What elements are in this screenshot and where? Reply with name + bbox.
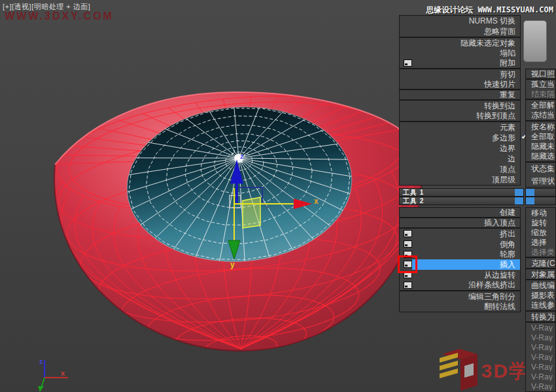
quad-menu-item[interactable]: 元素: [400, 122, 520, 133]
quad-menu-section: 状态集管理状: [525, 162, 556, 188]
quad-menu-item-label: 塌陷: [400, 49, 520, 57]
quad-menu-item[interactable]: 全部取: [526, 131, 555, 141]
quad-menu-item[interactable]: V-Ray: [526, 342, 555, 352]
quad-menu-section: 插入顶点: [399, 218, 521, 228]
quad-menu-item[interactable]: 转换为: [526, 312, 555, 321]
quad-menu-item[interactable]: 管理状: [526, 175, 555, 188]
quad-menu-item[interactable]: 克隆(C: [526, 258, 555, 268]
quad-menu-item[interactable]: V-Ray: [526, 323, 555, 333]
quad-menu-item[interactable]: 塌陷: [400, 48, 520, 57]
gizmo-y-label: y: [230, 260, 235, 269]
quad-menu-item[interactable]: V-Ray: [526, 362, 555, 372]
quad-menu-item-highlighted[interactable]: 插入: [400, 259, 520, 270]
quad-menu-item[interactable]: 摄影表: [526, 290, 555, 300]
quad-menu-item[interactable]: NURMS 切换: [400, 16, 520, 26]
quad-menu-item[interactable]: 顶层级: [400, 174, 520, 185]
quad-menu-item[interactable]: 冻结当: [526, 110, 555, 121]
quad-menu-item-label: 转换为: [526, 313, 555, 321]
quad-menu-section: 转换为: [525, 311, 556, 322]
quad-menu-item[interactable]: 转换到边: [400, 101, 520, 111]
quad-menu-item[interactable]: 剪切: [400, 69, 520, 79]
quad-menu-item[interactable]: 选择类: [526, 247, 555, 257]
settings-box-icon[interactable]: [404, 230, 412, 237]
quad-menu-item[interactable]: 边界: [400, 143, 520, 154]
quad-menu-item[interactable]: V-Ray: [526, 352, 555, 362]
tripod-x-label: x: [61, 369, 65, 377]
quad-menu-item[interactable]: 缩放: [526, 227, 555, 237]
quad-menu-item[interactable]: 全部解: [526, 100, 555, 110]
quad-menu-item-label: NURMS 切换: [400, 17, 520, 25]
quad-menu-item[interactable]: 顶点: [400, 164, 520, 174]
quad-menu-item-label: 沿样条线挤出: [412, 281, 520, 289]
settings-box-icon[interactable]: [404, 59, 412, 67]
quad-menu-section: 隐藏未选定对象塌陷附加: [399, 37, 521, 69]
quad-menu-item[interactable]: 附加: [400, 58, 520, 68]
quad-menu-section: NURMS 切换忽略背面: [399, 15, 521, 37]
quad-menu-item[interactable]: 隐藏选: [526, 152, 555, 161]
quad-menu-item[interactable]: 隐藏未: [526, 142, 555, 152]
quad-menu-item-label: 冻结当: [526, 111, 555, 119]
quad-menu-item-label: 管理状: [526, 177, 555, 185]
quad-menu-section: 克隆(C: [525, 257, 556, 269]
watermark-3dxy: WWW.3DXY.COM: [5, 10, 114, 22]
quad-menu-item-label: 克隆(C: [526, 259, 555, 267]
quad-menu-item-label: 顶层级: [400, 176, 520, 184]
quad-menu-item[interactable]: 连线参: [526, 301, 555, 310]
quad-toolbar-right-fragment[interactable]: [525, 188, 556, 197]
quad-menu-item[interactable]: 边: [400, 154, 520, 164]
quad-menu-item[interactable]: 移动: [526, 208, 555, 218]
quad-menu-item[interactable]: 隐藏未选定对象: [400, 38, 520, 48]
quad-menu-item[interactable]: 孤立当: [526, 80, 555, 90]
quad-menu-item[interactable]: 状态集: [526, 163, 555, 175]
quad-menu-section: V-RayV-RayV-RayV-RayV-RayV-RayV-Ray: [525, 322, 556, 392]
quad-menu-item-label: 按名称: [526, 123, 555, 131]
quad-menu-item[interactable]: 从边旋转: [400, 270, 520, 280]
quad-menu-item-label: 创建: [400, 208, 520, 216]
quad-menu-section: 全部解冻结当: [525, 99, 556, 121]
quad-menu-item-label: 挤出: [412, 230, 520, 238]
quad-menu-item[interactable]: 插入顶点: [400, 218, 520, 227]
quad-menu-item[interactable]: 轮廓: [400, 249, 520, 259]
quad-menu-section: 按名称全部取隐藏未隐藏选: [525, 121, 556, 162]
quad-menu-item[interactable]: 编辑三角剖分: [400, 291, 520, 302]
quad-menu-item[interactable]: 倒角: [400, 239, 520, 250]
viewport[interactable]: [+][透视][明暗处理 + 边面] WWW.3DXY.COM 思缘设计论坛 W…: [0, 0, 556, 392]
quad-menu-item[interactable]: 视口照: [526, 69, 555, 78]
quad-menu-item-label: V-Ray: [526, 373, 555, 381]
blue-corner-square: [515, 197, 523, 204]
quad-menu-item[interactable]: 快速切片: [400, 79, 520, 89]
quad-menu-item-label: 边界: [400, 144, 520, 152]
quad-menu-item[interactable]: 多边形✔: [400, 133, 520, 143]
quad-menu-item[interactable]: 转换到顶点: [400, 111, 520, 122]
plane-handle-xy[interactable]: [243, 197, 260, 228]
quad-menu-item-label: 选择: [526, 238, 555, 246]
quad-menu-item-label: V-Ray: [526, 344, 555, 351]
quad-toolbar-tools-1[interactable]: 工具 1: [399, 188, 524, 197]
quad-menu-item[interactable]: 重复: [400, 90, 520, 99]
quad-menu-item[interactable]: 忽略背面: [400, 26, 520, 37]
quad-menu-item-label: 轮廓: [412, 250, 520, 258]
settings-box-icon[interactable]: [404, 240, 412, 248]
quad-menu-item-label: 从边旋转: [412, 271, 520, 279]
quad-toolbar-tools-2[interactable]: 工具 2: [399, 197, 524, 205]
quad-menu-item-label: 插入: [412, 259, 520, 270]
settings-box-icon[interactable]: [404, 282, 412, 289]
quad-toolbar-right-fragment[interactable]: [525, 197, 556, 205]
quad-menu-item-label: 全部解: [526, 101, 555, 109]
quad-menu-item[interactable]: 创建: [400, 208, 520, 217]
quad-menu-item-label: 忽略背面: [400, 27, 520, 35]
quad-toolbar-label: 工具 2: [400, 198, 515, 204]
quad-menu-item[interactable]: V-Ray: [526, 333, 555, 342]
quad-menu-item-label: 缩放: [526, 229, 555, 237]
quad-menu-item[interactable]: V-Ray: [526, 382, 555, 391]
quad-menu-item[interactable]: 曲线编: [526, 280, 555, 290]
quad-menu-item[interactable]: 对象属: [526, 269, 555, 279]
quad-menu-item[interactable]: 沿样条线挤出: [400, 280, 520, 290]
quad-menu-item[interactable]: 结束隔: [526, 90, 555, 99]
quad-menu-item[interactable]: 旋转: [526, 218, 555, 227]
quad-menu-item[interactable]: 翻转法线: [400, 302, 520, 312]
quad-menu-item[interactable]: 按名称: [526, 122, 555, 131]
quad-menu-item[interactable]: 选择: [526, 237, 555, 247]
quad-menu-item[interactable]: V-Ray: [526, 372, 555, 382]
quad-menu-item[interactable]: 挤出: [400, 229, 520, 239]
